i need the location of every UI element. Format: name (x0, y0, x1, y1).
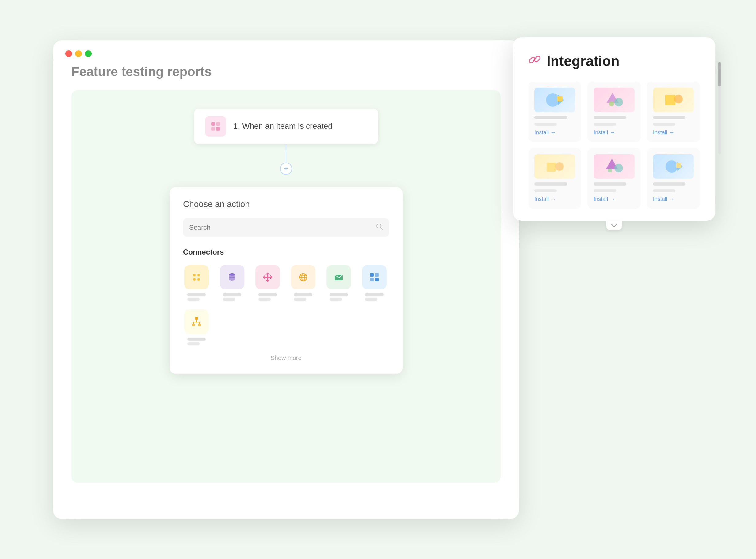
svg-rect-17 (370, 273, 374, 276)
svg-point-7 (198, 274, 200, 276)
svg-line-5 (381, 227, 383, 229)
connector-icon-email (326, 265, 351, 289)
card-visual-1 (534, 88, 575, 112)
svg-point-36 (614, 164, 623, 172)
show-more[interactable]: Show more (183, 355, 389, 361)
panel-scrollbar[interactable] (718, 62, 721, 154)
main-window: Feature testing reports 1. When an iteam… (53, 41, 519, 519)
integration-card-5: Install → (588, 148, 640, 208)
install-link-6[interactable]: Install → (653, 196, 694, 202)
trigger-icon-wrap (205, 116, 226, 137)
card-label-bar-3 (653, 116, 686, 119)
integration-card-3: Install → (647, 82, 700, 142)
connector-item-database[interactable] (219, 265, 246, 301)
card-label-bar-2 (594, 116, 626, 119)
install-link-5[interactable]: Install → (594, 196, 634, 202)
install-link-2[interactable]: Install → (594, 129, 634, 136)
integration-icon (528, 53, 541, 69)
connector-icon-globe (291, 265, 316, 289)
svg-point-9 (198, 278, 200, 281)
svg-rect-40 (676, 163, 681, 168)
connector-label-6 (365, 293, 384, 301)
card-label-bar-short-1 (534, 122, 557, 126)
card-visual-5 (594, 154, 634, 179)
connector-item-grid[interactable] (361, 265, 388, 301)
trigger-icon (210, 121, 221, 132)
connector-item-globe[interactable] (290, 265, 317, 301)
connector-label-1 (187, 293, 206, 301)
workflow-area: 1. When an iteam is created + Choose an … (71, 90, 501, 483)
page-title: Feature testing reports (71, 64, 501, 79)
card-label-bar-short-6 (653, 189, 675, 192)
connector-item-dots[interactable] (183, 265, 210, 301)
connector-label-3 (258, 293, 277, 301)
panel-collapse-button[interactable] (606, 221, 622, 230)
connector-item-move[interactable] (254, 265, 281, 301)
scene: Feature testing reports 1. When an iteam… (41, 22, 715, 537)
card-visual-6 (653, 154, 694, 179)
connector-label-2 (223, 293, 241, 301)
connector-icon-grid (362, 265, 387, 289)
svg-rect-1 (216, 122, 220, 126)
svg-rect-23 (198, 324, 201, 326)
svg-rect-22 (192, 324, 195, 326)
traffic-light-yellow[interactable] (75, 50, 82, 57)
card-label-bar-short-5 (594, 189, 616, 192)
svg-rect-18 (375, 273, 379, 276)
connector-label-4 (294, 293, 313, 301)
svg-rect-2 (211, 127, 215, 131)
connector-icon-hierarchy (184, 309, 209, 334)
install-link-4[interactable]: Install → (534, 196, 575, 202)
svg-point-8 (193, 278, 196, 281)
trigger-label: 1. When an iteam is created (233, 121, 333, 131)
card-label-bar-1 (534, 116, 567, 119)
svg-rect-20 (375, 278, 379, 282)
search-icon (376, 223, 383, 232)
traffic-light-red[interactable] (65, 50, 72, 57)
svg-rect-3 (216, 127, 220, 131)
svg-point-34 (555, 162, 564, 171)
card-label-bar-short-4 (534, 189, 557, 192)
card-label-bar-5 (594, 182, 626, 185)
svg-point-29 (614, 98, 623, 106)
card-visual-3 (653, 88, 694, 112)
connector-vertical: + (286, 144, 287, 169)
connector-item-email[interactable] (325, 265, 352, 301)
connector-label-5 (329, 293, 348, 301)
svg-rect-30 (610, 102, 614, 106)
connector-icon-dots (184, 265, 209, 289)
connector-label-7 (187, 338, 206, 345)
install-link-1[interactable]: Install → (534, 129, 575, 136)
search-input[interactable] (189, 224, 372, 231)
window-content: Feature testing reports 1. When an iteam… (53, 64, 519, 495)
card-label-bar-6 (653, 182, 686, 185)
trigger-node[interactable]: 1. When an iteam is created (194, 109, 378, 144)
svg-rect-21 (195, 317, 198, 319)
integration-card-1: Install → (528, 82, 581, 142)
card-label-bar-short-2 (594, 122, 616, 126)
action-panel-title: Choose an action (183, 199, 389, 209)
svg-rect-33 (547, 162, 556, 172)
install-link-3[interactable]: Install → (653, 129, 694, 136)
card-label-bar-4 (534, 182, 567, 185)
svg-point-6 (193, 274, 196, 276)
integration-panel: Integration Install → (513, 38, 715, 221)
svg-rect-31 (665, 95, 675, 105)
svg-rect-19 (370, 278, 374, 282)
connectors-title: Connectors (183, 248, 389, 256)
connectors-grid (183, 265, 389, 345)
scrollbar-thumb[interactable] (718, 62, 721, 87)
connector-icon-move (255, 265, 280, 289)
integration-card-4: Install → (528, 148, 581, 208)
integration-title: Integration (547, 53, 620, 69)
add-step-button[interactable]: + (280, 162, 292, 175)
svg-rect-0 (211, 122, 215, 126)
traffic-light-green[interactable] (85, 50, 92, 57)
integration-grid: Install → Install → (528, 82, 700, 208)
card-visual-2 (594, 88, 634, 112)
search-box[interactable] (183, 218, 389, 237)
integration-card-2: Install → (588, 82, 640, 142)
action-panel: Choose an action Connectors (169, 187, 403, 374)
connector-item-hierarchy[interactable] (183, 309, 210, 345)
svg-rect-27 (557, 96, 563, 102)
